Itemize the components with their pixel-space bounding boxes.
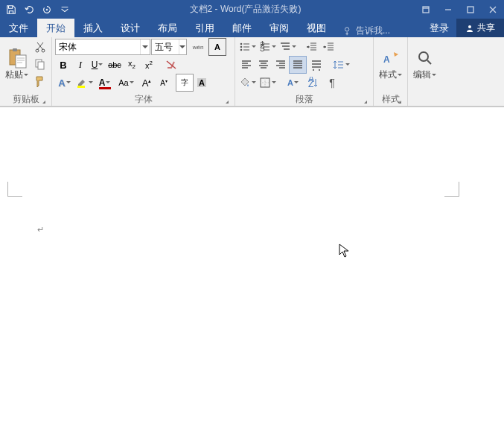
qat-customize-button[interactable]	[57, 1, 73, 18]
margin-corner-tl	[7, 182, 22, 197]
tab-home[interactable]: 开始	[37, 19, 74, 37]
phonetic-guide-button[interactable]: wén	[188, 39, 208, 55]
text-effects-button[interactable]: A	[55, 74, 74, 91]
tab-references[interactable]: 引用	[186, 19, 223, 37]
ribbon-tabs: 文件 开始 插入 设计 布局 引用 邮件 审阅 视图 告诉我... 登录 共享	[0, 19, 504, 37]
editing-button[interactable]: 编辑	[411, 39, 439, 88]
font-dialog-launcher[interactable]	[222, 96, 231, 105]
paste-icon	[5, 46, 29, 70]
increase-indent-button[interactable]	[321, 39, 337, 55]
find-icon	[413, 46, 437, 70]
svg-point-15	[240, 49, 243, 51]
svg-rect-1	[423, 7, 429, 13]
mouse-cursor-icon	[339, 244, 351, 258]
cut-button[interactable]	[32, 39, 48, 55]
svg-point-4	[468, 25, 471, 28]
group-editing: 编辑	[408, 37, 442, 106]
align-center-button[interactable]	[255, 57, 272, 73]
clipboard-label: 剪贴板	[13, 93, 39, 106]
undo-button[interactable]	[21, 1, 37, 18]
shrink-font-button[interactable]: A▾	[156, 74, 172, 91]
bold-button[interactable]: B	[55, 57, 71, 73]
svg-rect-11	[38, 62, 44, 69]
multilevel-list-button[interactable]	[278, 39, 298, 55]
show-paragraph-marks-button[interactable]: ¶	[324, 74, 340, 91]
document-area[interactable]: ↵	[0, 106, 504, 426]
ribbon: 粘贴 剪贴板 wén A B I U abc x2	[0, 37, 504, 106]
redo-button[interactable]	[39, 1, 55, 18]
align-right-button[interactable]	[272, 57, 289, 73]
styles-button[interactable]: A 样式	[377, 39, 404, 88]
svg-rect-2	[468, 7, 473, 13]
paste-button[interactable]: 粘贴	[3, 39, 31, 88]
tab-design[interactable]: 设计	[112, 19, 149, 37]
distribute-button[interactable]	[307, 57, 326, 73]
character-shading-button[interactable]: A	[194, 74, 210, 91]
tab-layout[interactable]: 布局	[149, 19, 186, 37]
save-button[interactable]	[3, 1, 19, 18]
styles-dialog-launcher[interactable]	[395, 96, 403, 105]
font-name-input[interactable]	[56, 42, 140, 52]
asian-layout-button[interactable]: A	[284, 74, 303, 91]
styles-icon: A	[379, 46, 403, 70]
format-painter-button[interactable]	[32, 73, 48, 89]
close-button[interactable]	[482, 0, 504, 19]
sort-button[interactable]: AZ	[304, 74, 323, 91]
font-name-dropdown[interactable]	[140, 39, 150, 54]
subscript-button[interactable]: x2	[124, 57, 140, 73]
strikethrough-button[interactable]: abc	[106, 57, 123, 73]
font-size-dropdown[interactable]	[179, 39, 186, 54]
svg-rect-6	[13, 48, 17, 51]
copy-button[interactable]	[32, 56, 48, 72]
change-case-button[interactable]: Aa	[115, 74, 138, 91]
ribbon-display-button[interactable]	[415, 0, 437, 19]
margin-corner-tr	[444, 182, 459, 197]
clear-formatting-button[interactable]	[163, 57, 179, 73]
bullets-button[interactable]	[238, 39, 258, 55]
font-size-combo[interactable]	[151, 39, 187, 55]
decrease-indent-button[interactable]	[304, 39, 320, 55]
group-font: wén A B I U abc x2 x2 A A Aa A▴ A▾	[52, 37, 235, 106]
page[interactable]: ↵	[0, 115, 459, 426]
superscript-button[interactable]: x2	[141, 57, 157, 73]
line-spacing-button[interactable]	[332, 57, 351, 73]
group-paragraph: 123 A AZ ¶	[235, 37, 374, 106]
align-justify-button[interactable]	[290, 57, 306, 73]
highlight-button[interactable]	[75, 74, 95, 91]
align-left-button[interactable]	[238, 57, 255, 73]
tab-mailings[interactable]: 邮件	[223, 19, 261, 37]
underline-button[interactable]: U	[89, 57, 106, 73]
svg-text:Z: Z	[308, 79, 313, 89]
shading-button[interactable]	[238, 74, 258, 91]
share-button[interactable]: 共享	[456, 19, 504, 37]
borders-button[interactable]	[258, 74, 278, 91]
font-name-combo[interactable]	[55, 39, 150, 55]
svg-point-0	[46, 9, 48, 10]
paragraph-mark-icon: ↵	[37, 225, 44, 235]
font-color-button[interactable]: A	[95, 74, 115, 91]
svg-text:A: A	[383, 54, 390, 65]
italic-button[interactable]: I	[72, 57, 89, 73]
tab-file[interactable]: 文件	[0, 19, 37, 37]
grow-font-button[interactable]: A▴	[138, 74, 155, 91]
tab-insert[interactable]: 插入	[74, 19, 112, 37]
enclose-characters-button[interactable]: 字	[176, 74, 193, 91]
share-label: 共享	[477, 22, 495, 34]
paragraph-group-label: 段落	[296, 93, 313, 106]
paragraph-dialog-launcher[interactable]	[360, 96, 369, 105]
maximize-button[interactable]	[459, 0, 482, 19]
group-clipboard: 粘贴 剪贴板	[0, 37, 52, 106]
window-title: 文档2 - Word(产品激活失败)	[76, 3, 415, 16]
signin-button[interactable]: 登录	[422, 19, 456, 37]
character-border-button[interactable]: A	[209, 39, 226, 55]
numbering-button[interactable]: 123	[258, 39, 278, 55]
tab-view[interactable]: 视图	[298, 19, 335, 37]
tell-me-placeholder: 告诉我...	[356, 25, 390, 37]
font-size-input[interactable]	[152, 42, 179, 52]
svg-point-3	[345, 27, 349, 31]
tab-review[interactable]: 审阅	[261, 19, 298, 37]
font-group-label: 字体	[135, 93, 153, 106]
clipboard-dialog-launcher[interactable]	[39, 96, 48, 105]
tell-me-search[interactable]: 告诉我...	[335, 25, 422, 37]
minimize-button[interactable]	[437, 0, 459, 19]
